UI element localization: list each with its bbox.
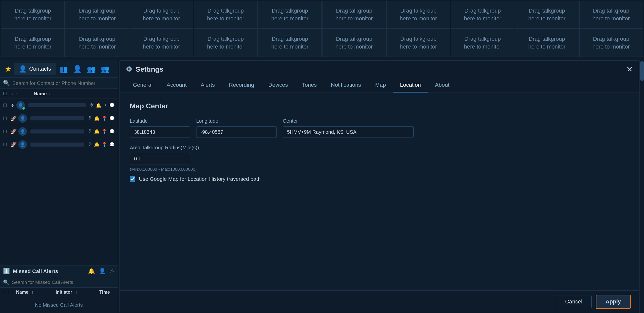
scrollbar-thumb[interactable] [640,61,644,81]
name-column-header[interactable]: Name [34,91,47,97]
contact-checkbox-3[interactable]: ☐ [3,129,9,134]
monitor-cell[interactable]: Drag talkgrouphere to monitor [322,1,386,29]
monitor-cell[interactable]: Drag talkgrouphere to monitor [386,29,450,57]
contact-checkbox-1[interactable]: ☐ [3,103,9,108]
airplane-icon-1[interactable]: ✈ [103,103,107,108]
contacts-tab-icon: 👤 [19,65,27,73]
cancel-button[interactable]: Cancel [556,295,591,308]
tab-icon-groups[interactable]: 👥 [59,65,68,73]
tab-recording[interactable]: Recording [222,78,261,93]
tab-notifications[interactable]: Notifications [324,78,368,93]
missed-name-sort[interactable]: ↑ [31,290,33,295]
monitor-cell[interactable]: Drag talkgrouphere to monitor [194,29,257,57]
monitor-cell[interactable]: Drag talkgrouphere to monitor [515,29,579,57]
monitor-cell[interactable]: Drag talkgrouphere to monitor [579,1,643,29]
missed-time-sort[interactable]: ↓ [113,290,115,295]
bell-icon-1[interactable]: 🔔 [96,103,101,108]
tab-tones[interactable]: Tones [295,78,324,93]
missed-initiator-header[interactable]: Initiator [56,290,72,295]
user-missed-icon[interactable]: 👤 [99,268,106,275]
contact-row: ☐ ✈ 👤 🎙 🔔 ✈ 💬 [0,99,118,112]
location-icon-2[interactable]: 📍 [102,116,107,121]
contact-row: ☐ 🚀 👤 🎙 🔔 📍 💬 [0,112,118,125]
bell-missed-icon[interactable]: 🔔 [88,268,95,275]
latitude-group: Latitude [130,118,190,138]
radius-input[interactable] [130,153,190,164]
sort-up-1[interactable]: ↑ [12,92,14,96]
monitor-cell[interactable]: Drag talkgrouphere to monitor [194,1,257,29]
mic-icon-4[interactable]: 🎙 [88,142,92,147]
monitor-cell[interactable]: Drag talkgrouphere to monitor [1,1,65,29]
chat-icon-2[interactable]: 💬 [109,116,115,121]
center-input[interactable] [283,126,414,138]
contacts-tab[interactable]: 👤 Contacts [14,63,56,75]
chat-icon-3[interactable]: 💬 [109,129,115,134]
monitor-cell[interactable]: Drag talkgrouphere to monitor [579,29,643,57]
tab-account[interactable]: Account [159,78,194,93]
tab-location[interactable]: Location [393,78,428,93]
tab-about[interactable]: About [428,78,457,93]
radius-hint: (Min:0.100000 - Max:1000.000000) [130,167,629,172]
contact-name-2 [30,116,84,120]
settings-close-button[interactable]: ✕ [626,65,633,74]
contact-row: ☐ 🚀 👤 🎙 🔔 📍 💬 [0,138,118,151]
alert-missed-icon[interactable]: ⚠ [110,268,115,275]
contact-actions-4: 🎙 🔔 📍 💬 [88,142,115,147]
tab-map[interactable]: Map [368,78,393,93]
bell-icon-2[interactable]: 🔔 [94,116,100,121]
monitor-cell[interactable]: Drag talkgrouphere to monitor [130,29,193,57]
monitor-cell[interactable]: Drag talkgrouphere to monitor [258,1,322,29]
longitude-group: Longitude [196,118,277,138]
monitor-cell[interactable]: Drag talkgrouphere to monitor [451,29,514,57]
center-label: Center [283,118,414,124]
google-map-checkbox[interactable] [130,176,135,182]
contacts-search-input[interactable] [12,80,115,86]
monitor-cell[interactable]: Drag talkgrouphere to monitor [451,1,514,29]
sort-up-2[interactable]: ↑ [15,92,17,96]
tab-devices[interactable]: Devices [261,78,295,93]
monitor-cell[interactable]: Drag talkgrouphere to monitor [65,29,129,57]
mic-icon-1[interactable]: 🎙 [89,103,94,108]
monitor-cell[interactable]: Drag talkgrouphere to monitor [386,1,450,29]
contact-row: ☐ 🚀 👤 🎙 🔔 📍 💬 [0,125,118,138]
location-icon-3[interactable]: 📍 [102,129,107,134]
apply-button[interactable]: Apply [596,295,631,309]
contact-name-1 [28,103,86,107]
tab-alerts[interactable]: Alerts [194,78,222,93]
sort-up-missed-2[interactable]: ↑ [7,290,9,295]
sort-up-missed-1[interactable]: ↑ [3,290,5,295]
longitude-input[interactable] [196,126,277,138]
mic-icon-2[interactable]: 🎙 [88,116,92,121]
monitor-cell[interactable]: Drag talkgrouphere to monitor [515,1,579,29]
bell-icon-4[interactable]: 🔔 [94,142,100,147]
tab-general[interactable]: General [126,78,159,93]
tab-icon-add-contact[interactable]: 👤 [73,65,82,73]
missed-initiator-sort[interactable]: ↑ [75,290,77,295]
message-icon-4[interactable]: 💬 [109,142,115,147]
missed-calls-search-input[interactable] [12,280,115,285]
message-icon-1[interactable]: 💬 [109,103,115,108]
missed-calls-label[interactable]: Missed Call Alerts [13,268,58,274]
missed-search-icon: 🔍 [3,279,9,285]
bell-icon-3[interactable]: 🔔 [94,129,100,134]
tab-icon-add-group[interactable]: 👥 [87,65,96,73]
monitor-cell[interactable]: Drag talkgrouphere to monitor [322,29,386,57]
favorites-star-button[interactable]: ★ [2,63,14,75]
mic-icon-3[interactable]: 🎙 [88,129,92,134]
contact-actions-1: 🎙 🔔 ✈ 💬 [89,103,115,108]
name-sort-icon[interactable]: ↑ [48,92,50,96]
location-icon-4[interactable]: 📍 [102,142,107,147]
latitude-input[interactable] [130,126,190,138]
monitor-cell[interactable]: Drag talkgrouphere to monitor [258,29,322,57]
contact-checkbox-4[interactable]: ☐ [3,142,9,147]
contact-checkbox-2[interactable]: ☐ [3,116,9,121]
monitor-cell[interactable]: Drag talkgrouphere to monitor [65,1,129,29]
sort-up-missed-3[interactable]: ↑ [11,290,13,295]
tab-icon-more[interactable]: 👥 [101,65,109,73]
missed-name-header[interactable]: Name [16,290,28,295]
select-all-checkbox[interactable]: ☐ [3,91,10,97]
scrollbar[interactable] [639,60,644,313]
missed-time-header[interactable]: Time [99,290,110,295]
monitor-cell[interactable]: Drag talkgrouphere to monitor [1,29,65,57]
monitor-cell[interactable]: Drag talkgrouphere to monitor [130,1,193,29]
